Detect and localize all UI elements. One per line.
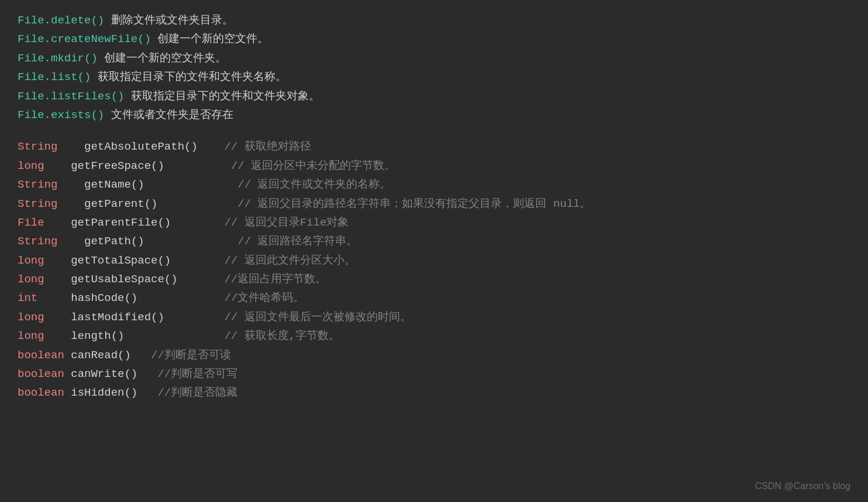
comment-length: // 获取长度,字节数。 [224, 330, 340, 342]
return-type-long-4: long [18, 311, 44, 324]
return-type-long-2: long [18, 254, 44, 267]
return-type-string-4: String [18, 235, 57, 248]
comment-isHidden: //判断是否隐藏 [157, 386, 237, 399]
line-mkdir: File.mkdir() 创建一个新的空文件夹。 [18, 50, 850, 67]
comment-canRead: //判断是否可读 [151, 349, 231, 362]
method-list: File.list() [18, 71, 91, 84]
spacer-1 [18, 125, 850, 138]
line-getTotalSpace: long getTotalSpace() // 返回此文件分区大小。 [18, 252, 850, 269]
line-delete: File.delete() 删除文件或文件夹目录。 [18, 12, 850, 29]
line-exists: File.exists() 文件或者文件夹是否存在 [18, 106, 850, 124]
line-getParent: String getParent() // 返回父目录的路径名字符串；如果没有指… [18, 195, 850, 213]
comment-getTotalSpace: // 返回此文件分区大小。 [224, 254, 355, 267]
return-type-long-3: long [18, 273, 44, 286]
method-listFiles: File.listFiles() [18, 90, 124, 103]
line-canRead: boolean canRead() //判断是否可读 [18, 347, 850, 364]
comment-getName: // 返回文件或文件夹的名称。 [237, 178, 391, 191]
line-getParentFile: File getParentFile() // 返回父目录File对象 [18, 214, 850, 231]
comment-getPath: // 返回路径名字符串。 [237, 235, 357, 248]
line-lastModified: long lastModified() // 返回文件最后一次被修改的时间。 [18, 309, 850, 326]
return-type-string-2: String [18, 178, 57, 191]
line-hashCode: int hashCode() //文件哈希码。 [18, 289, 850, 307]
return-type-string-1: String [18, 140, 57, 153]
return-type-long-1: long [18, 160, 44, 172]
line-getFreeSpace: long getFreeSpace() // 返回分区中未分配的字节数。 [18, 157, 850, 175]
comment-getAbsolutePath: // 获取绝对路径 [224, 140, 311, 153]
comment-getParent: // 返回父目录的路径名字符串；如果没有指定父目录，则返回 null。 [237, 198, 591, 210]
return-type-boolean-2: boolean [18, 368, 64, 380]
return-type-file: File [18, 216, 44, 229]
line-isHidden: boolean isHidden() //判断是否隐藏 [18, 384, 850, 401]
return-type-string-3: String [18, 198, 57, 210]
comment-lastModified: // 返回文件最后一次被修改的时间。 [224, 311, 411, 324]
return-type-long-5: long [18, 330, 44, 342]
watermark: CSDN @Carson's blog [755, 481, 850, 491]
code-container: File.delete() 删除文件或文件夹目录。 File.createNew… [0, 0, 868, 502]
line-getAbsolutePath: String getAbsolutePath() // 获取绝对路径 [18, 138, 850, 155]
line-list: File.list() 获取指定目录下的文件和文件夹名称。 [18, 68, 850, 86]
line-canWrite: boolean canWrite() //判断是否可写 [18, 365, 850, 383]
comment-getUsableSpace: //返回占用字节数。 [224, 273, 326, 286]
return-type-int: int [18, 292, 37, 304]
return-type-boolean-1: boolean [18, 349, 64, 362]
return-type-boolean-3: boolean [18, 386, 64, 399]
method-delete: File.delete() [18, 14, 104, 27]
line-createNewFile: File.createNewFile() 创建一个新的空文件。 [18, 30, 850, 48]
line-getName: String getName() // 返回文件或文件夹的名称。 [18, 176, 850, 193]
method-exists: File.exists() [18, 109, 104, 122]
comment-getParentFile: // 返回父目录File对象 [224, 216, 349, 229]
line-length: long length() // 获取长度,字节数。 [18, 327, 850, 345]
line-getUsableSpace: long getUsableSpace() //返回占用字节数。 [18, 271, 850, 288]
comment-hashCode: //文件哈希码。 [224, 292, 304, 304]
line-getPath: String getPath() // 返回路径名字符串。 [18, 233, 850, 250]
comment-getFreeSpace: // 返回分区中未分配的字节数。 [231, 160, 395, 172]
comment-canWrite: //判断是否可写 [157, 368, 237, 380]
method-createNewFile: File.createNewFile() [18, 33, 151, 46]
method-mkdir: File.mkdir() [18, 52, 98, 65]
line-listFiles: File.listFiles() 获取指定目录下的文件和文件夹对象。 [18, 88, 850, 105]
